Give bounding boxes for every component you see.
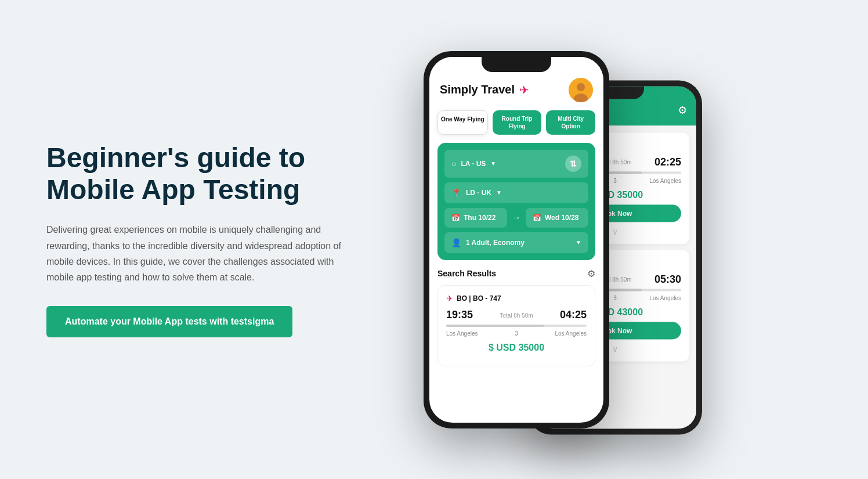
date-arrow-icon: → bbox=[512, 213, 521, 223]
price-text: $ USD 35000 bbox=[446, 343, 587, 353]
calendar-to-icon: 📅 bbox=[533, 214, 541, 222]
swap-icon: ⇅ bbox=[570, 159, 577, 168]
passengers-inner: 👤 1 Adult, Economy bbox=[451, 238, 525, 247]
app-content: Simply Travel ✈ bbox=[429, 57, 603, 423]
app-title-text: Simply Travel bbox=[440, 83, 515, 96]
back-stops-2: 3 bbox=[613, 294, 617, 301]
passengers-value: 1 Adult, Economy bbox=[466, 239, 525, 247]
calendar-from-icon: 📅 bbox=[451, 214, 460, 222]
passengers-field[interactable]: 👤 1 Adult, Economy ▼ bbox=[444, 232, 588, 253]
progress-bar bbox=[446, 325, 587, 327]
date-to-value: Wed 10/28 bbox=[545, 214, 578, 222]
flight-tabs: One Way Flying Round Trip Flying Multi C… bbox=[429, 110, 603, 143]
from-field[interactable]: ○ LA - US ▼ ⇅ bbox=[444, 150, 588, 178]
flight-id-row: ✈ BO | BO - 747 bbox=[446, 294, 587, 303]
tab-multi-city[interactable]: Multi City Option bbox=[546, 110, 595, 135]
back-arrive-time-1: 02:25 bbox=[654, 156, 681, 168]
origin-icon: ○ bbox=[451, 159, 456, 168]
flight-card: ✈ BO | BO - 747 19:35 Total 8h 50m 04:25 bbox=[437, 285, 595, 366]
date-row: 📅 Thu 10/22 → 📅 Wed 10/28 bbox=[444, 208, 588, 228]
phones-area: Search Results ⚙ ✈ BO | BO - 777 bbox=[395, 0, 868, 479]
avatar bbox=[569, 78, 593, 102]
progress-fill bbox=[446, 325, 544, 327]
duration-text: Total 8h 50m bbox=[500, 312, 533, 319]
front-phone-frame: Simply Travel ✈ bbox=[424, 51, 609, 428]
to-field[interactable]: 📍 LD - UK ▼ bbox=[444, 182, 588, 203]
flight-locations: Los Angeles 3 Los Angeles bbox=[446, 330, 587, 337]
app-plane-icon: ✈ bbox=[519, 83, 529, 97]
front-phone-wrapper: Simply Travel ✈ bbox=[424, 51, 609, 428]
passengers-icon: 👤 bbox=[451, 238, 461, 247]
dest-icon: 📍 bbox=[451, 188, 461, 197]
page-wrapper: Beginner's guide to Mobile App Testing D… bbox=[0, 0, 868, 479]
to-dropdown-icon: ▼ bbox=[496, 189, 502, 196]
left-content: Beginner's guide to Mobile App Testing D… bbox=[0, 142, 395, 337]
results-title: Search Results bbox=[437, 269, 496, 278]
swap-button[interactable]: ⇅ bbox=[565, 156, 581, 172]
from-city: Los Angeles bbox=[446, 330, 478, 337]
filter-icon[interactable]: ⚙ bbox=[587, 268, 595, 279]
to-value: LD - UK bbox=[466, 189, 491, 197]
cta-button[interactable]: Automate your Mobile App tests with test… bbox=[46, 306, 292, 337]
flight-times-row: 19:35 Total 8h 50m 04:25 bbox=[446, 309, 587, 321]
from-field-inner: ○ LA - US ▼ bbox=[451, 159, 496, 168]
stops-count: 3 bbox=[515, 330, 518, 337]
date-to-field[interactable]: 📅 Wed 10/28 bbox=[526, 208, 588, 228]
back-arrive-time-2: 05:30 bbox=[654, 273, 681, 285]
depart-time: 19:35 bbox=[446, 309, 473, 321]
to-field-inner: 📍 LD - UK ▼ bbox=[451, 188, 502, 197]
back-stops-1: 3 bbox=[613, 177, 617, 183]
results-section: Search Results ⚙ ✈ BO | BO - 747 bbox=[429, 260, 603, 423]
from-value: LA - US bbox=[461, 160, 486, 168]
to-city: Los Angeles bbox=[555, 330, 587, 337]
duration-area: Total 8h 50m bbox=[500, 309, 533, 320]
flight-plane-icon: ✈ bbox=[446, 294, 453, 303]
tab-one-way[interactable]: One Way Flying bbox=[437, 110, 488, 135]
front-phone-notch bbox=[482, 57, 551, 72]
search-form: ○ LA - US ▼ ⇅ bbox=[437, 143, 595, 260]
back-to-2: Los Angeles bbox=[650, 294, 682, 301]
back-to-1: Los Angeles bbox=[650, 177, 682, 183]
sub-text: Delivering great experiences on mobile i… bbox=[46, 222, 360, 285]
app-title-area: Simply Travel ✈ bbox=[440, 83, 529, 97]
date-from-value: Thu 10/22 bbox=[464, 214, 496, 222]
flight-id-text: BO | BO - 747 bbox=[457, 294, 501, 302]
svg-point-1 bbox=[577, 83, 585, 91]
filter-icon: ⚙ bbox=[678, 103, 687, 116]
main-heading: Beginner's guide to Mobile App Testing bbox=[46, 142, 360, 206]
arrive-time: 04:25 bbox=[560, 309, 587, 321]
front-phone-screen: Simply Travel ✈ bbox=[429, 57, 603, 423]
avatar-svg bbox=[569, 78, 593, 102]
date-from-field[interactable]: 📅 Thu 10/22 bbox=[444, 208, 507, 228]
from-dropdown-icon: ▼ bbox=[490, 160, 496, 167]
passengers-dropdown-icon: ▼ bbox=[576, 239, 581, 246]
tab-round-trip[interactable]: Round Trip Flying bbox=[493, 110, 542, 135]
results-header: Search Results ⚙ bbox=[437, 268, 595, 279]
